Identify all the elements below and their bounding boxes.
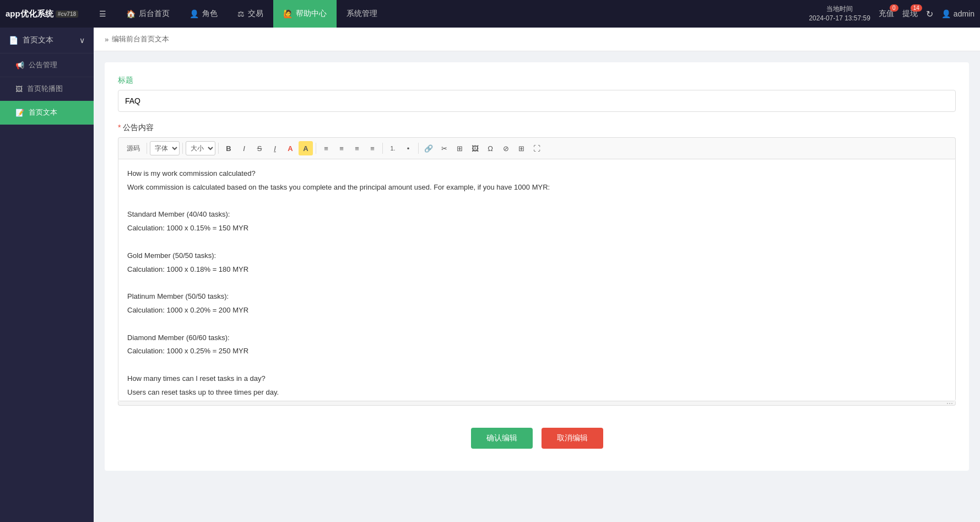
toolbar-unordered-list-btn[interactable]: • [401,141,415,155]
app-version: #cv718 [56,10,78,18]
sidebar-notice-mgmt-label: 公告管理 [29,60,57,70]
main-layout: 📄 首页文本 ∨ 📢 公告管理 🖼 首页轮播图 📝 首页文本 » 编辑前台首页文… [0,28,980,522]
toolbar-divider-5 [382,143,383,154]
refresh-button[interactable]: ↻ [926,9,933,19]
content-field: 公告内容 源码 字体 大小 [118,123,956,406]
scale-icon: ⚖ [237,9,245,18]
toolbar-align-justify-btn[interactable]: ≡ [365,141,380,155]
nav-backend-home-label: 后台首页 [139,9,170,19]
nav-help-center[interactable]: 🙋 帮助中心 [273,0,337,28]
form-card: 标题 公告内容 源码 字体 [105,62,969,471]
admin-label: admin [954,9,974,18]
withdraw-badge: 14 [911,4,922,12]
toolbar-divider-2 [182,143,183,154]
toolbar-align-left-btn[interactable]: ≡ [319,141,333,155]
toolbar-bold-btn[interactable]: B [221,141,236,155]
nav-transactions[interactable]: ⚖ 交易 [228,0,273,28]
app-name: app优化系统 [6,9,53,19]
sidebar-homepage-text-sub-label: 首页文本 [29,107,57,117]
action-bar: 确认编辑 取消编辑 [118,419,956,458]
time-block: 当地时间 2024-07-17 13:57:59 [809,4,870,23]
toolbar-font-select[interactable]: 字体 [150,141,180,155]
toolbar-ordered-list-btn[interactable]: 1. [386,141,400,155]
help-icon: 🙋 [283,9,293,18]
person-icon: 👤 [189,9,199,18]
nav-transactions-label: 交易 [248,9,263,19]
toolbar-omega-btn[interactable]: Ω [483,141,497,155]
toolbar-align-center-btn[interactable]: ≡ [334,141,349,155]
toolbar-highlight-btn[interactable]: A [299,141,313,155]
nav-right: 当地时间 2024-07-17 13:57:59 充值 0 提现 14 ↻ 👤 … [809,4,974,23]
admin-user[interactable]: 👤 admin [941,9,974,18]
sidebar-item-carousel[interactable]: 🖼 首页轮播图 [0,77,94,101]
sidebar-carousel-label: 首页轮播图 [27,84,63,94]
app-logo: app优化系统 #cv718 [6,9,78,19]
toolbar-divider-6 [418,143,419,154]
content-label: 公告内容 [118,123,956,133]
nav-items: ☰ 🏠 后台首页 👤 角色 ⚖ 交易 🙋 帮助中心 系统管理 [89,0,809,28]
breadcrumb-current: 编辑前台首页文本 [112,34,169,44]
editor-toolbar: 源码 字体 大小 B I S I [118,137,956,159]
toolbar-source-btn[interactable]: 源码 [123,141,144,155]
nav-roles[interactable]: 👤 角色 [180,0,228,28]
nav-system-mgmt[interactable]: 系统管理 [337,0,387,28]
toolbar-link-btn[interactable]: 🔗 [421,141,436,155]
nav-help-center-label: 帮助中心 [296,9,327,19]
toolbar-unlink-btn[interactable]: ✂ [437,141,451,155]
toolbar-divider-4 [316,143,316,154]
top-navigation: app优化系统 #cv718 ☰ 🏠 后台首页 👤 角色 ⚖ 交易 🙋 帮助中心… [0,0,980,28]
sidebar-item-homepage-text-sub[interactable]: 📝 首页文本 [0,101,94,125]
toolbar-table-btn[interactable]: ⊞ [452,141,467,155]
toolbar-special-btn[interactable]: ⊞ [514,141,528,155]
user-icon: 👤 [941,9,951,18]
main-content: » 编辑前台首页文本 标题 公告内容 源码 [94,28,980,522]
editor-container: How is my work commission calculated?Wor… [118,159,956,406]
nav-backend-home[interactable]: 🏠 后台首页 [116,0,180,28]
nav-menu-toggle[interactable]: ☰ [89,0,116,28]
sidebar: 📄 首页文本 ∨ 📢 公告管理 🖼 首页轮播图 📝 首页文本 [0,28,94,522]
time-value: 2024-07-17 13:57:59 [809,14,870,23]
confirm-edit-button[interactable]: 确认编辑 [471,428,533,449]
megaphone-icon: 📢 [15,61,24,69]
source-label: 源码 [127,144,140,153]
toolbar-block-btn[interactable]: ⊘ [499,141,513,155]
document-icon: 📄 [9,36,18,45]
nav-roles-label: 角色 [202,9,218,19]
title-input[interactable] [118,90,956,112]
charge-badge: 0 [890,4,898,12]
title-label: 标题 [118,76,956,85]
toolbar-fontcolor-btn[interactable]: A [283,141,297,155]
toolbar-align-right-btn[interactable]: ≡ [350,141,364,155]
sidebar-homepage-text-label: 首页文本 [23,35,53,45]
toolbar-size-select[interactable]: 大小 [186,141,215,155]
sidebar-item-notice-mgmt[interactable]: 📢 公告管理 [0,53,94,77]
cancel-edit-button[interactable]: 取消编辑 [542,428,603,449]
menu-icon: ☰ [99,9,106,18]
editor-body[interactable]: How is my work commission calculated?Wor… [118,159,956,401]
toolbar-strikethrough-btn[interactable]: S [252,141,267,155]
home-icon: 🏠 [126,9,136,18]
withdraw-action[interactable]: 提现 14 [902,9,918,19]
toolbar-fullscreen-btn[interactable]: ⛶ [529,141,544,155]
sidebar-item-homepage-text[interactable]: 📄 首页文本 ∨ [0,28,94,53]
toolbar-image-btn[interactable]: 🖼 [468,141,482,155]
nav-system-mgmt-label: 系统管理 [346,9,377,19]
toolbar-underline-btn[interactable]: I [268,141,282,155]
editor-resize-handle[interactable]: ⋯ [118,401,956,406]
toolbar-divider-3 [218,143,219,154]
image-icon: 🖼 [15,85,23,93]
chevron-down-icon: ∨ [79,36,85,45]
content-area: 标题 公告内容 源码 字体 [94,51,980,482]
toolbar-italic-btn[interactable]: I [237,141,251,155]
toolbar-divider-1 [147,143,147,154]
charge-action[interactable]: 充值 0 [879,9,894,19]
title-field: 标题 [118,76,956,112]
time-label: 当地时间 [809,4,870,14]
edit-icon: 📝 [15,109,24,117]
breadcrumb: » 编辑前台首页文本 [94,28,980,51]
breadcrumb-separator: » [105,35,109,44]
